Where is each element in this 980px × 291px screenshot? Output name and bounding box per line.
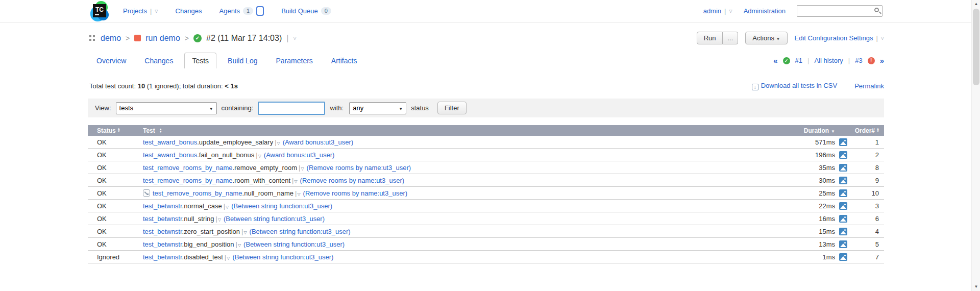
chevron-down-icon[interactable]: ▽ <box>155 9 158 13</box>
tab-overview[interactable]: Overview <box>89 53 133 68</box>
agent-status-icon[interactable] <box>256 6 264 16</box>
tab-build-log[interactable]: Build Log <box>220 53 264 68</box>
edit-configuration-settings[interactable]: Edit Configuration Settings | ▽ <box>795 34 884 42</box>
nav-projects[interactable]: Projects | ▽ <box>123 7 158 15</box>
column-header-test[interactable]: Test▲▼ <box>143 127 779 134</box>
actions-button[interactable]: Actions ▼ <box>745 32 787 44</box>
test-group-link[interactable]: (Remove rooms by name:ut3_user) <box>300 177 404 184</box>
edit-configuration-settings-link[interactable]: Edit Configuration Settings <box>795 34 873 42</box>
download-icon: ↓ <box>752 84 758 90</box>
build3-link[interactable]: #3 <box>855 57 862 64</box>
build-queue-count-badge: 0 <box>321 7 331 15</box>
duration-graph-icon[interactable] <box>839 253 847 261</box>
nav-agents[interactable]: Agents 1 <box>219 6 264 16</box>
duration-graph-icon[interactable] <box>839 215 847 223</box>
divider: | <box>236 240 237 248</box>
scrollbar-thumb[interactable] <box>973 9 979 85</box>
test-row: OK test_award_bonus.fail_on_null_bonus|▽… <box>88 149 884 161</box>
test-suite-link[interactable]: test_award_bonus <box>143 138 197 146</box>
test-group-link[interactable]: (Remove rooms by name:ut3_user) <box>307 164 411 172</box>
duration-graph-icon[interactable] <box>839 138 847 146</box>
status-select[interactable]: any <box>350 103 406 114</box>
tab-tests[interactable]: Tests <box>184 53 216 68</box>
run-options-button[interactable]: ... <box>723 32 738 44</box>
build-queue-link[interactable]: Build Queue <box>281 7 318 15</box>
projects-link[interactable]: Projects <box>123 7 147 15</box>
duration-graph-icon[interactable] <box>839 228 847 235</box>
search-input[interactable] <box>797 5 883 17</box>
duration-graph-icon[interactable] <box>839 240 847 248</box>
test-suite-link[interactable]: test_remove_rooms_by_name <box>143 164 233 172</box>
username-link[interactable]: admin <box>703 7 721 15</box>
test-group-link[interactable]: (Between string function:ut3_user) <box>231 202 332 210</box>
next-builds-icon[interactable]: » <box>880 56 884 65</box>
test-actions-chevron-icon[interactable]: ▽ <box>226 205 229 209</box>
column-header-status[interactable]: Status▲▼ <box>88 127 143 134</box>
test-suite-link[interactable]: test_betwnstr <box>143 215 182 223</box>
vertical-scrollbar[interactable]: ▲ ▼ <box>971 0 980 291</box>
duration-graph-icon[interactable] <box>839 151 847 159</box>
run-button[interactable]: Run <box>697 32 723 44</box>
view-select[interactable]: tests <box>116 103 216 114</box>
tab-artifacts[interactable]: Artifacts <box>324 53 364 68</box>
test-suite-link[interactable]: test_remove_rooms_by_name <box>143 177 233 184</box>
teamcity-logo[interactable]: TC <box>89 1 110 21</box>
test-actions-chevron-icon[interactable]: ▽ <box>297 192 300 197</box>
administration-link[interactable]: Administration <box>744 7 786 15</box>
duration-graph-icon[interactable] <box>839 202 847 210</box>
scroll-up-icon[interactable]: ▲ <box>972 0 980 8</box>
test-actions-chevron-icon[interactable]: ▽ <box>243 230 247 235</box>
breadcrumb-buildconfig-link[interactable]: run demo <box>145 34 180 43</box>
test-actions-chevron-icon[interactable]: ▽ <box>258 154 261 158</box>
changes-link[interactable]: Changes <box>176 7 202 15</box>
test-note-icon[interactable] <box>143 189 150 197</box>
test-actions-chevron-icon[interactable]: ▽ <box>218 217 221 222</box>
test-suite-link[interactable]: test_betwnstr <box>143 253 182 261</box>
search-icon[interactable] <box>874 8 879 12</box>
test-suite-link[interactable]: test_betwnstr <box>143 202 182 210</box>
test-group-link[interactable]: (Between string function:ut3_user) <box>250 228 351 235</box>
test-group-link[interactable]: (Remove rooms by name:ut3_user) <box>303 189 407 197</box>
test-group-link[interactable]: (Between string function:ut3_user) <box>232 253 333 261</box>
filter-button[interactable]: Filter <box>437 102 467 114</box>
test-suite-link[interactable]: test_award_bonus <box>143 151 197 159</box>
column-header-duration[interactable]: Duration▼ <box>779 127 835 134</box>
tab-parameters[interactable]: Parameters <box>268 53 320 68</box>
test-suite-link[interactable]: test_betwnstr <box>143 228 182 235</box>
test-group-link[interactable]: (Award bonus:ut3_user) <box>283 138 354 146</box>
duration-graph-icon[interactable] <box>839 177 847 184</box>
chevron-down-icon[interactable]: ▽ <box>881 36 884 40</box>
column-header-order[interactable]: Order#▲▼ <box>851 127 884 134</box>
scroll-down-icon[interactable]: ▼ <box>972 283 980 291</box>
duration-graph-icon[interactable] <box>839 189 847 197</box>
nav-changes[interactable]: Changes <box>176 7 202 15</box>
test-group-link[interactable]: (Between string function:ut3_user) <box>243 240 345 248</box>
test-suite-link[interactable]: test_betwnstr <box>143 240 182 248</box>
sort-both-icon: ▲▼ <box>876 128 879 133</box>
test-actions-chevron-icon[interactable]: ▽ <box>238 243 241 248</box>
tab-changes[interactable]: Changes <box>137 53 180 68</box>
chevron-down-icon[interactable]: ▽ <box>293 36 296 40</box>
download-csv-link[interactable]: ↓Download all tests in CSV <box>752 82 838 90</box>
nav-build-queue[interactable]: Build Queue 0 <box>281 7 331 15</box>
test-order: 5 <box>851 240 884 248</box>
test-order: 4 <box>851 228 884 235</box>
build1-link[interactable]: #1 <box>795 57 802 64</box>
duration-graph-icon[interactable] <box>839 164 847 172</box>
test-group-link[interactable]: (Award bonus:ut3_user) <box>264 151 335 159</box>
breadcrumb-project-link[interactable]: demo <box>101 34 121 43</box>
test-suite-link[interactable]: test_remove_rooms_by_name <box>153 189 242 197</box>
test-actions-chevron-icon[interactable]: ▽ <box>301 166 304 171</box>
previous-builds-icon[interactable]: « <box>773 56 777 65</box>
test-actions-chevron-icon[interactable]: ▽ <box>294 179 297 184</box>
user-menu[interactable]: admin | ▽ <box>703 7 732 15</box>
test-status: OK <box>88 177 143 184</box>
all-history-link[interactable]: All history <box>814 57 843 64</box>
permalink-link[interactable]: Permalink <box>854 82 884 90</box>
test-actions-chevron-icon[interactable]: ▽ <box>277 141 280 146</box>
agents-link[interactable]: Agents <box>219 7 240 15</box>
chevron-down-icon[interactable]: ▽ <box>729 9 732 13</box>
test-group-link[interactable]: (Between string function:ut3_user) <box>224 215 325 223</box>
containing-input[interactable] <box>258 102 325 115</box>
test-actions-chevron-icon[interactable]: ▽ <box>227 256 230 260</box>
